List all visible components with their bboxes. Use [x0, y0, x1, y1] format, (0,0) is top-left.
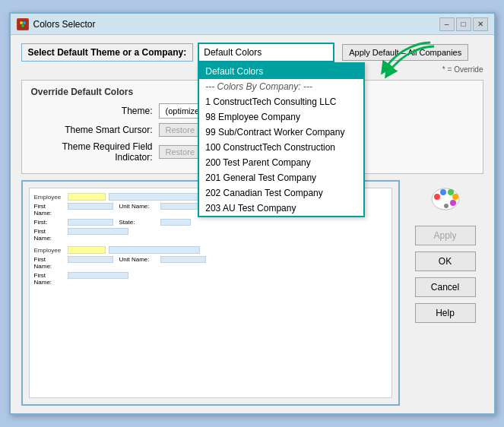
- dropdown-item-default[interactable]: Default Colors: [199, 64, 363, 79]
- cursor-label: Theme Smart Cursor:: [31, 125, 153, 135]
- dropdown-item-99[interactable]: 99 Sub/Contract Worker Company: [199, 125, 363, 140]
- svg-point-7: [448, 189, 454, 195]
- content-area: Select Default Theme or a Company: Defau…: [11, 35, 494, 413]
- preview-unit-field-2: [160, 256, 206, 263]
- preview-emp-label-1: Employee: [34, 194, 65, 201]
- title-bar: Colors Selector – □ ✕: [11, 14, 494, 35]
- cancel-button[interactable]: Cancel: [415, 277, 476, 297]
- theme-label: Theme:: [31, 106, 153, 116]
- dropdown-wrapper: Default Colors Default Colors --- Colors…: [198, 43, 334, 62]
- preview-first-label: First:: [34, 219, 65, 226]
- dropdown-item-201[interactable]: 201 General Test Company: [199, 170, 363, 185]
- select-label: Select Default Theme or a Company:: [21, 43, 194, 62]
- preview-firstname-label: First Name:: [34, 228, 65, 242]
- preview-fields-row-4: First Name: Unit Name:: [34, 256, 387, 270]
- preview-unit-label: Unit Name:: [119, 203, 157, 217]
- preview-emp-field-2: [68, 246, 106, 254]
- preview-emp-2: Employee: [34, 246, 387, 254]
- svg-point-6: [440, 189, 446, 195]
- preview-fname-label: First Name:: [34, 203, 65, 217]
- preview-fname-label-2: First Name:: [34, 256, 65, 270]
- restore-button[interactable]: □: [456, 17, 471, 31]
- svg-point-3: [21, 24, 24, 27]
- sidebar-buttons: Apply OK Cancel Help: [407, 180, 483, 406]
- preview-emp-field-1: [68, 193, 106, 201]
- preview-firstname-field-2: [68, 272, 128, 279]
- svg-point-8: [452, 194, 458, 200]
- dropdown-item-202[interactable]: 202 Canadian Test Company: [199, 185, 363, 201]
- preview-fields-row-3: First Name:: [34, 228, 387, 242]
- company-dropdown[interactable]: Default Colors: [198, 43, 334, 62]
- ok-button[interactable]: OK: [415, 251, 476, 271]
- dropdown-item-1[interactable]: 1 ConstructTech Consulting LLC: [199, 94, 363, 109]
- dropdown-menu: Default Colors --- Colors By Company: --…: [198, 62, 365, 217]
- indicator-label: Theme Required Field Indicator:: [31, 141, 153, 163]
- title-bar-left: Colors Selector: [17, 18, 96, 30]
- app-icon: [17, 18, 29, 30]
- help-button[interactable]: Help: [415, 303, 476, 323]
- dropdown-item-sep[interactable]: --- Colors By Company: ---: [199, 79, 363, 94]
- preview-state-field: [160, 219, 191, 226]
- apply-default-button[interactable]: Apply Default – All Companies: [342, 44, 468, 61]
- preview-emp-field-long-2: [109, 246, 200, 254]
- preview-emp-field-long-1: [109, 193, 200, 201]
- minimize-button[interactable]: –: [439, 17, 455, 31]
- preview-fname-field-2: [68, 256, 113, 263]
- preview-emp-label-2: Employee: [34, 247, 65, 254]
- preview-fields-row-2: First: State:: [34, 219, 387, 226]
- svg-point-1: [20, 21, 23, 24]
- preview-firstname-field: [68, 228, 128, 235]
- preview-inner: Employee First Name: Unit Name: First:: [29, 188, 392, 398]
- dropdown-item-100[interactable]: 100 ConstructTech Construction: [199, 140, 363, 155]
- top-row: Select Default Theme or a Company: Defau…: [21, 43, 483, 62]
- preview-fields-row-5: First Name:: [34, 272, 387, 286]
- svg-point-9: [450, 200, 456, 206]
- dropdown-item-203[interactable]: 203 AU Test Company: [199, 201, 363, 216]
- svg-point-10: [444, 204, 449, 208]
- dropdown-item-98[interactable]: 98 Employee Company: [199, 109, 363, 125]
- close-button[interactable]: ✕: [473, 17, 488, 31]
- window-title: Colors Selector: [33, 19, 96, 30]
- preview-firstname-label-2: First Name:: [34, 272, 65, 286]
- preview-first-field: [68, 219, 113, 226]
- apply-button[interactable]: Apply: [415, 226, 476, 245]
- preview-section-2: Employee First Name: Unit Name: First Na…: [34, 246, 387, 286]
- preview-fname-field: [68, 203, 113, 210]
- palette-icon: [426, 180, 464, 217]
- colors-selector-window: Colors Selector – □ ✕ Select Default The…: [9, 12, 496, 415]
- svg-point-5: [434, 194, 440, 200]
- title-buttons: – □ ✕: [439, 17, 488, 31]
- preview-state-label: State:: [119, 219, 157, 226]
- svg-point-2: [23, 21, 26, 24]
- dropdown-item-200[interactable]: 200 Test Parent Company: [199, 155, 363, 170]
- preview-unit-label-2: Unit Name:: [119, 256, 157, 270]
